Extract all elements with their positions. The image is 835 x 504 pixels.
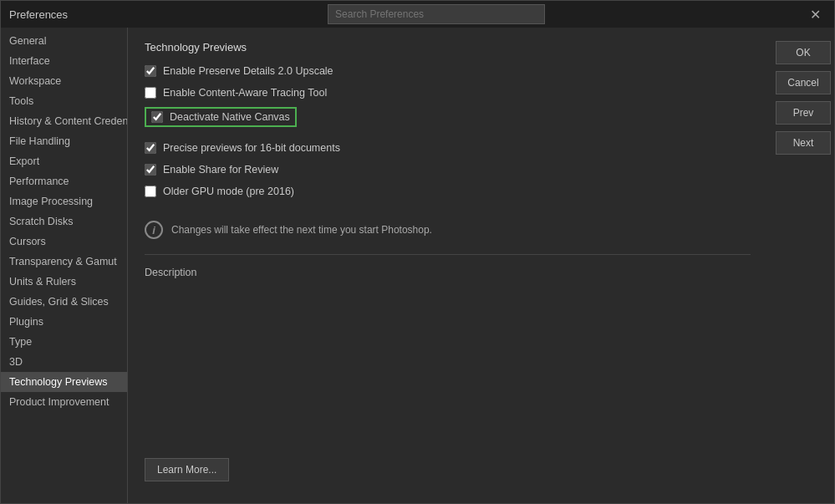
checkbox-label-0: Enable Preserve Details 2.0 Upscale <box>163 65 333 77</box>
description-content <box>145 285 751 352</box>
sidebar-item-14[interactable]: Plugins <box>1 312 127 332</box>
checkbox-row-4: Enable Share for Review <box>145 162 751 177</box>
sidebar-item-5[interactable]: File Handling <box>1 131 127 151</box>
sidebar: GeneralInterfaceWorkspaceToolsHistory & … <box>1 28 128 503</box>
info-icon: i <box>145 221 163 239</box>
sidebar-item-1[interactable]: Interface <box>1 51 127 71</box>
checkbox-label-2: Deactivate Native Canvas <box>170 111 290 123</box>
checkbox-label-1: Enable Content-Aware Tracing Tool <box>163 87 327 99</box>
checkbox-2[interactable] <box>151 111 163 123</box>
sidebar-item-12[interactable]: Units & Rulers <box>1 272 127 292</box>
section-title: Technology Previews <box>145 41 751 53</box>
sidebar-item-2[interactable]: Workspace <box>1 71 127 91</box>
checkbox-0[interactable] <box>145 65 156 77</box>
prev-button[interactable]: Prev <box>776 101 831 125</box>
info-row: i Changes will take effect the next time… <box>145 214 751 246</box>
sidebar-item-7[interactable]: Performance <box>1 171 127 191</box>
checkbox-5[interactable] <box>145 186 156 197</box>
dialog-title: Preferences <box>9 8 68 21</box>
info-message: Changes will take effect the next time y… <box>171 224 432 236</box>
close-button[interactable]: ✕ <box>805 5 826 24</box>
learn-more-area: Learn More... <box>145 458 751 490</box>
sidebar-item-17[interactable]: Technology Previews <box>1 372 127 392</box>
checkboxes-container: Enable Preserve Details 2.0 UpscaleEnabl… <box>145 64 751 206</box>
sidebar-item-16[interactable]: 3D <box>1 352 127 372</box>
description-section: Description <box>145 267 751 352</box>
learn-more-button[interactable]: Learn More... <box>145 458 229 481</box>
checkbox-row-5: Older GPU mode (pre 2016) <box>145 184 751 199</box>
checkbox-1[interactable] <box>145 87 156 99</box>
description-title: Description <box>145 267 751 278</box>
checkbox-3[interactable] <box>145 142 156 154</box>
sidebar-item-3[interactable]: Tools <box>1 91 127 111</box>
checkbox-label-5: Older GPU mode (pre 2016) <box>163 186 294 197</box>
search-input[interactable] <box>328 4 545 24</box>
sidebar-item-10[interactable]: Cursors <box>1 232 127 252</box>
sidebar-item-18[interactable]: Product Improvement <box>1 392 127 412</box>
cancel-button[interactable]: Cancel <box>776 71 831 94</box>
button-panel: OK Cancel Prev Next <box>767 28 834 503</box>
sidebar-item-15[interactable]: Type <box>1 332 127 352</box>
checkbox-4[interactable] <box>145 164 156 176</box>
sidebar-item-0[interactable]: General <box>1 31 127 51</box>
sidebar-item-6[interactable]: Export <box>1 151 127 171</box>
checkbox-row-0: Enable Preserve Details 2.0 Upscale <box>145 64 751 79</box>
title-bar: Preferences ✕ <box>1 1 834 28</box>
sidebar-item-9[interactable]: Scratch Disks <box>1 211 127 232</box>
sidebar-item-4[interactable]: History & Content Credentials <box>1 111 127 131</box>
sidebar-item-8[interactable]: Image Processing <box>1 191 127 211</box>
sidebar-item-11[interactable]: Transparency & Gamut <box>1 252 127 272</box>
ok-button[interactable]: OK <box>776 41 831 64</box>
main-content: Technology Previews Enable Preserve Deta… <box>128 28 767 503</box>
checkbox-label-4: Enable Share for Review <box>163 164 278 176</box>
dialog-body: GeneralInterfaceWorkspaceToolsHistory & … <box>1 28 834 503</box>
sidebar-item-13[interactable]: Guides, Grid & Slices <box>1 292 127 312</box>
checkbox-row-3: Precise previews for 16-bit documents <box>145 140 751 155</box>
checkbox-row-2: Deactivate Native Canvas <box>145 107 297 127</box>
checkbox-label-3: Precise previews for 16-bit documents <box>163 142 340 154</box>
checkbox-row-1: Enable Content-Aware Tracing Tool <box>145 85 751 100</box>
title-bar-left: Preferences <box>9 8 68 21</box>
divider <box>145 254 751 255</box>
next-button[interactable]: Next <box>776 131 831 155</box>
preferences-dialog: Preferences ✕ GeneralInterfaceWorkspaceT… <box>0 0 835 504</box>
